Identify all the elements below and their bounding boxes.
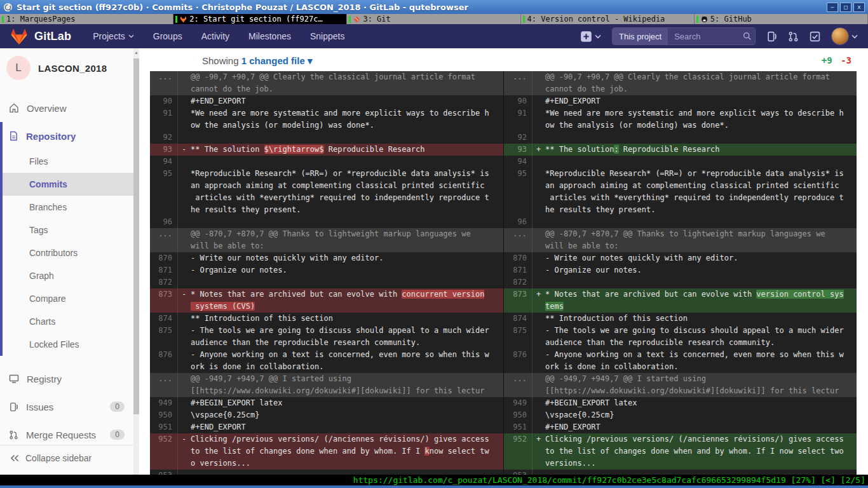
todos-icon[interactable] [810,31,820,42]
diff-line-number-old[interactable]: 872 [150,276,178,288]
diff-line-number-new[interactable]: 953 [503,470,532,475]
diff-line-number-new[interactable]: 949 [503,397,532,409]
search-input[interactable] [673,31,739,42]
minimize-button[interactable]: – [827,3,838,12]
project-header[interactable]: L LASCON_2018 [0,48,133,86]
new-dropdown-button[interactable] [580,30,601,43]
sidebar-item-label: Registry [27,374,62,384]
diff-line-number-new[interactable]: 90 [503,95,532,107]
diff-line-number-new[interactable]: 876 [503,349,532,373]
sidebar-item-commits[interactable]: Commits [0,173,133,196]
diff-line-number-new[interactable]: 874 [503,313,532,325]
nav-item-milestones[interactable]: Milestones [248,31,291,41]
diff-line-number-new[interactable]: 95 [503,168,532,216]
sidebar-item-compare[interactable]: Compare [0,287,133,310]
user-menu[interactable] [831,27,858,45]
gitlab-brand[interactable]: GitLab [10,28,71,45]
diff-line-number-old[interactable]: ... [150,373,178,397]
diff-row: 871- Organize our notes.871- Organize ou… [150,264,857,276]
diff-line-number-old[interactable]: 873 [150,288,178,313]
diff-text: *We need are more systematic and more ex… [191,109,489,130]
nav-item-groups[interactable]: Groups [153,31,182,41]
nav-item-activity[interactable]: Activity [201,31,229,41]
diff-word-highlight: $\rightarrow$ [264,145,324,154]
diff-line-number-new[interactable]: 94 [503,156,532,168]
diff-line-number-old[interactable]: 96 [150,216,178,228]
sidebar-scrollbar-thumb[interactable] [133,58,139,414]
nav-item-snippets[interactable]: Snippets [310,31,344,41]
issues-icon [9,402,18,412]
nav-item-label: Projects [93,31,125,41]
diff-word-highlight: k [424,447,429,456]
diff-line-number-old[interactable]: 91 [150,107,178,132]
diff-code-old [178,132,503,144]
browser-tab[interactable]: 2: Start git section (ff927c… [173,14,347,24]
changed-files-dropdown[interactable]: 1 changed file ▾ [241,55,313,66]
diff-line-number-old[interactable]: 90 [150,95,178,107]
sidebar-item-branches[interactable]: Branches [0,196,133,219]
diff-sign: - [182,144,188,156]
diff-line-number-new[interactable]: 871 [503,264,532,276]
diff-line-number-old[interactable]: ... [150,71,178,95]
diff-line-number-old[interactable]: 93 [150,144,178,156]
diff-line-number-new[interactable]: ... [503,373,532,397]
diff-line-number-old[interactable]: 94 [150,156,178,168]
diff-text: ** Introduction of this section [191,314,333,323]
sidebar-item-graph[interactable]: Graph [0,264,133,287]
sidebar-item-repository[interactable]: Repository [0,122,133,150]
diff-row: 872872 [150,276,857,288]
count-badge: 0 [110,402,125,412]
sidebar-item-tags[interactable]: Tags [0,219,133,241]
tab-indicator [175,16,177,23]
browser-tab[interactable]: 5: GitHub [695,14,868,24]
sidebar-item-files[interactable]: Files [0,150,133,173]
restore-button[interactable]: □ [840,3,851,12]
nav-item-projects[interactable]: Projects [93,31,134,41]
diff-line-number-new[interactable]: 951 [503,421,532,433]
diff-line-number-new[interactable]: 950 [503,409,532,421]
diff-code-new [532,156,857,168]
diff-line-number-old[interactable]: 95 [150,168,178,216]
diff-text: @@ -949,7 +949,7 @@ I started using [[ht… [545,374,839,395]
diff-line-number-old[interactable]: 870 [150,252,178,264]
issues-icon[interactable] [766,31,777,42]
diff-line-number-old[interactable]: 876 [150,349,178,373]
diff-line-number-new[interactable]: 952 [503,433,532,470]
diff-line-number-new[interactable]: 872 [503,276,532,288]
diff-line-number-old[interactable]: 953 [150,470,178,475]
diff-line-number-old[interactable]: 874 [150,313,178,325]
diff-code-old: #+END_EXPORT [178,421,503,433]
browser-tab[interactable]: 4: Version control - Wikipedia [521,14,695,24]
sidebar-item-contributors[interactable]: Contributors [0,241,133,264]
sidebar-item-issues[interactable]: Issues0 [0,393,133,421]
diff-line-number-old[interactable]: 951 [150,421,178,433]
diff-line-number-new[interactable]: 92 [503,132,532,144]
diff-line-number-new[interactable]: 873 [503,288,532,313]
diff-line-number-old[interactable]: 875 [150,325,178,349]
diff-line-number-new[interactable]: ... [503,228,532,252]
diff-line-number-new[interactable]: 91 [503,107,532,132]
diff-line-number-old[interactable]: 950 [150,409,178,421]
diff-line-number-new[interactable]: 875 [503,325,532,349]
sidebar-item-locked-files[interactable]: Locked Files [0,333,133,356]
diff-line-number-new[interactable]: 93 [503,144,532,156]
diff-line-number-old[interactable]: 949 [150,397,178,409]
sidebar-item-charts[interactable]: Charts [0,310,133,333]
sidebar-item-registry[interactable]: Registry [0,365,133,393]
merge-request-icon[interactable] [788,31,799,42]
diff-line-number-new[interactable]: 96 [503,216,532,228]
nav-menu: ProjectsGroupsActivityMilestonesSnippets [93,31,344,41]
collapse-sidebar-button[interactable]: Collapse sidebar [0,445,133,470]
diff-line-number-old[interactable]: ... [150,228,178,252]
diff-line-number-new[interactable]: 870 [503,252,532,264]
diff-line-number-new[interactable]: ... [503,71,532,95]
browser-tab[interactable]: 1: MarquesPages [0,14,173,24]
diff-line-number-old[interactable]: 952 [150,433,178,470]
diff-line-number-old[interactable]: 92 [150,132,178,144]
scrollbar-up-arrow[interactable]: ▲ [133,50,139,56]
sidebar-item-overview[interactable]: Overview [0,94,133,122]
diff-line-number-old[interactable]: 871 [150,264,178,276]
sidebar-item-label: Tags [29,225,48,235]
close-button[interactable]: x [853,3,865,12]
browser-tab[interactable]: 3: Git [347,14,520,24]
